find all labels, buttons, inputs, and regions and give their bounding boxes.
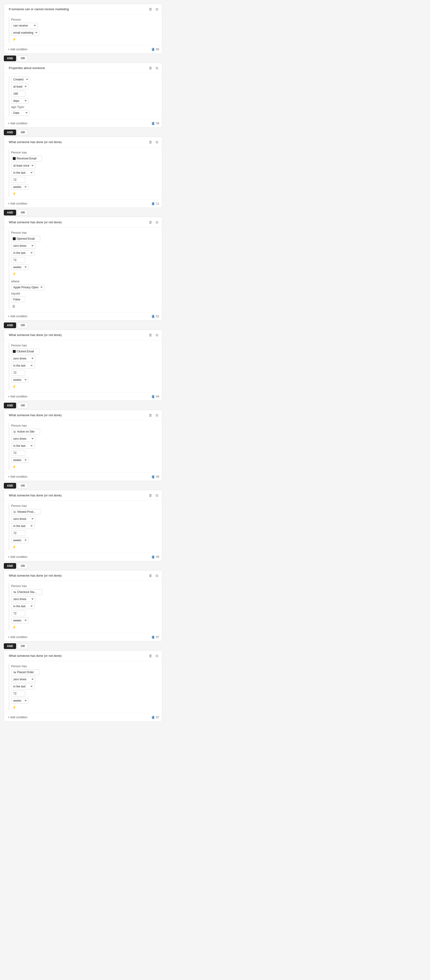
block-type-select-4[interactable]: What someone has done (or not done) — [7, 220, 148, 225]
timeframe-select-3[interactable]: in the last over all time — [11, 170, 35, 176]
filter-btn-7[interactable]: ⚡ — [11, 544, 17, 549]
event-dropdown-7[interactable]: Viewed Prod... — [17, 510, 40, 514]
date-operator-select[interactable]: at least exactly at most — [11, 84, 29, 89]
and-btn-6[interactable]: AND — [4, 483, 16, 488]
event-select-9[interactable]: 🛍 Placed Order — [11, 670, 40, 675]
or-btn-4[interactable]: OR — [18, 323, 28, 328]
timeframe-select-4[interactable]: in the last over all time — [11, 250, 35, 256]
copy-block-5[interactable]: ⧉ — [155, 332, 159, 338]
delete-block-7[interactable]: 🗑 — [148, 493, 153, 498]
time-value-7[interactable] — [11, 530, 25, 536]
and-btn-1[interactable]: AND — [4, 56, 16, 61]
add-condition-btn-5[interactable]: + Add condition — [7, 395, 28, 399]
copy-block-8[interactable]: ⧉ — [155, 573, 159, 578]
delete-block-9[interactable]: 🗑 — [148, 653, 153, 658]
time-unit-4[interactable]: weeks days months — [11, 264, 29, 270]
block-type-select-2[interactable]: Properties about someone — [7, 65, 148, 71]
delete-block-1[interactable]: 🗑 — [148, 6, 153, 12]
add-condition-btn-6[interactable]: + Add condition — [7, 474, 28, 479]
and-btn-3[interactable]: AND — [4, 210, 16, 215]
event-select-4[interactable]: Opened Email — [11, 236, 40, 242]
event-select-6[interactable]: ◎ Active on Site — [11, 429, 40, 434]
timeframe-select-8[interactable]: in the last over all time — [11, 603, 35, 609]
event-dropdown-8[interactable]: Checkout Sta... — [17, 590, 41, 594]
or-btn-8[interactable]: OR — [18, 643, 28, 649]
where-property-4[interactable]: Apple Privacy Open — [11, 285, 45, 290]
add-condition-btn-1[interactable]: + Add condition — [7, 47, 28, 51]
filter-btn-1[interactable]: ⚡ — [11, 37, 17, 42]
marketing-type-select[interactable]: email marketing sms marketing — [11, 30, 40, 36]
and-btn-4[interactable]: AND — [4, 323, 16, 328]
time-unit-5[interactable]: weeks days months — [11, 377, 29, 383]
copy-block-3[interactable]: ⧉ — [155, 140, 159, 145]
time-unit-3[interactable]: weeks days months — [11, 184, 29, 190]
time-unit-6[interactable]: weeks days months — [11, 457, 29, 463]
block-type-select-6[interactable]: What someone has done (or not done) — [7, 412, 148, 418]
time-value-4[interactable] — [11, 257, 25, 263]
delete-block-3[interactable]: 🗑 — [148, 140, 153, 145]
event-dropdown-3[interactable]: Received Email — [17, 157, 40, 160]
copy-block-7[interactable]: ⧉ — [155, 493, 159, 498]
date-type-select[interactable]: Date Relative — [11, 110, 30, 116]
timeframe-select-6[interactable]: in the last over all time — [11, 443, 35, 449]
add-condition-btn-8[interactable]: + Add condition — [7, 635, 28, 639]
event-dropdown-4[interactable]: Opened Email — [17, 237, 39, 240]
frequency-select-7[interactable]: zero times at least once — [11, 516, 36, 522]
delete-block-4[interactable]: 🗑 — [148, 220, 153, 225]
or-btn-1[interactable]: OR — [18, 56, 28, 61]
and-btn-2[interactable]: AND — [4, 130, 16, 135]
can-receive-select[interactable]: can receive cannot receive — [11, 23, 38, 29]
and-btn-5[interactable]: AND — [4, 402, 16, 408]
add-condition-btn-9[interactable]: + Add condition — [7, 715, 28, 719]
date-value-input[interactable] — [11, 91, 25, 97]
timeframe-select-7[interactable]: in the last over all time — [11, 523, 35, 529]
delete-block-2[interactable]: 🗑 — [148, 65, 153, 70]
frequency-select-9[interactable]: zero times at least once — [11, 676, 36, 682]
and-btn-8[interactable]: AND — [4, 643, 16, 649]
time-value-9[interactable] — [11, 691, 25, 697]
time-value-6[interactable] — [11, 450, 25, 456]
or-btn-7[interactable]: OR — [18, 563, 28, 569]
event-select-5[interactable]: Clicked Email — [11, 348, 40, 354]
add-condition-btn-4[interactable]: + Add condition — [7, 314, 28, 318]
add-condition-btn-2[interactable]: + Add condition — [7, 121, 28, 126]
event-dropdown-5[interactable]: Clicked Email — [17, 350, 38, 353]
or-btn-2[interactable]: OR — [18, 130, 28, 135]
copy-block-1[interactable]: ⧉ — [155, 6, 159, 12]
time-unit-8[interactable]: weeks days months — [11, 618, 29, 624]
time-unit-7[interactable]: weeks days months — [11, 538, 29, 543]
filter-btn-3[interactable]: ⚡ — [11, 191, 17, 196]
event-select-7[interactable]: ◎ Viewed Prod... — [11, 509, 41, 515]
timeframe-select-5[interactable]: in the last over all time — [11, 363, 35, 369]
frequency-select-8[interactable]: zero times at least once — [11, 596, 36, 602]
time-value-8[interactable] — [11, 611, 25, 616]
add-condition-btn-3[interactable]: + Add condition — [7, 202, 28, 206]
date-property-select[interactable]: Created Updated — [11, 76, 30, 82]
date-unit-select[interactable]: days weeks months — [11, 98, 29, 104]
block-type-select-5[interactable]: What someone has done (or not done) — [7, 332, 148, 338]
delete-block-5[interactable]: 🗑 — [148, 332, 153, 337]
delete-block-8[interactable]: 🗑 — [148, 573, 153, 578]
event-dropdown-6[interactable]: Active on Site — [17, 430, 38, 433]
where-value-4[interactable] — [11, 297, 25, 302]
copy-block-9[interactable]: ⧉ — [155, 653, 159, 659]
filter-btn-6[interactable]: ⚡ — [11, 465, 17, 469]
frequency-select-5[interactable]: zero times at least once — [11, 356, 36, 361]
event-select-8[interactable]: 🛍 Checkout Sta... — [11, 589, 42, 595]
or-btn-5[interactable]: OR — [18, 402, 28, 408]
frequency-select-3[interactable]: at least once zero times — [11, 163, 36, 169]
time-value-3[interactable] — [11, 177, 25, 183]
event-select-3[interactable]: Received Email — [11, 156, 42, 161]
event-dropdown-9[interactable]: Placed Order — [17, 671, 38, 674]
or-btn-3[interactable]: OR — [18, 210, 28, 215]
time-unit-9[interactable]: weeks days months — [11, 698, 29, 703]
filter-btn-4[interactable]: ⚡ — [11, 272, 17, 276]
add-condition-btn-7[interactable]: + Add condition — [7, 555, 28, 559]
frequency-select-6[interactable]: zero times at least once — [11, 436, 36, 442]
delete-where-4[interactable]: 🗑 — [11, 304, 17, 309]
block-type-select-7[interactable]: What someone has done (or not done) — [7, 493, 148, 498]
block-type-select-1[interactable]: If someone can or cannot receive marketi… — [7, 6, 148, 12]
block-type-select-9[interactable]: What someone has done (or not done) — [7, 653, 148, 659]
block-type-select-3[interactable]: What someone has done (or not done) — [7, 139, 148, 145]
time-value-5[interactable] — [11, 370, 25, 375]
